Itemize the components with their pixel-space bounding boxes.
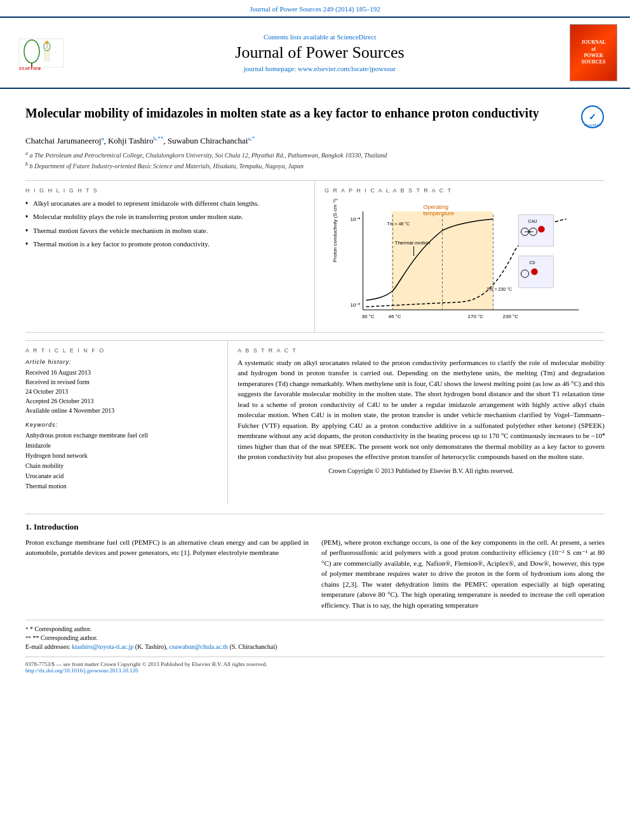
authors-line: Chatchai Jarumaneeroja, Kohji Tashirob,*… (25, 135, 605, 146)
crossmark-icon: ✓ CrossMark (580, 105, 605, 129)
homepage-url[interactable]: www.elsevier.com/locate/jpowsour (298, 65, 396, 72)
star2-symbol: ** (25, 635, 31, 641)
author-3-sup: a,* (248, 135, 255, 142)
author-2-sup: b,** (153, 135, 163, 142)
journal-title: Journal of Power Sources (76, 43, 563, 62)
graphical-chart-svg: Operating temperature Proton conductivit… (325, 199, 605, 326)
intro-text-columns: Proton exchange membrane fuel cell (PEMF… (25, 537, 605, 611)
author-1-sup: a (101, 135, 104, 142)
svg-point-1 (24, 40, 39, 63)
svg-text:Tm = 46 °C: Tm = 46 °C (387, 222, 410, 226)
svg-point-30 (539, 226, 545, 232)
svg-text:✓: ✓ (589, 112, 596, 122)
email-link-2[interactable]: csuwabun@chula.ac.th (169, 643, 228, 650)
graphical-abstract-label: G R A P H I C A L A B S T R A C T (325, 187, 605, 194)
author-2: Kohji Tashiro (108, 136, 153, 145)
accepted-date: Accepted 26 October 2013 (25, 396, 218, 406)
svg-text:temperature: temperature (424, 210, 455, 217)
svg-text:10⁻⁴: 10⁻⁴ (351, 217, 361, 222)
journal-thumbnail: JOURNALofPOWERSOURCES (570, 24, 617, 81)
footnote-corresponding-1: * Corresponding author. (30, 625, 91, 632)
keyword-4: Chain mobility (25, 461, 218, 471)
doi-link[interactable]: http://dx.doi.org/10.1016/j.jpowsour.201… (25, 667, 138, 674)
history-label: Article history: (25, 359, 218, 365)
author-1: Chatchai Jarumaneeroj (25, 136, 101, 145)
svg-text:CrossMark: CrossMark (584, 123, 601, 127)
homepage-label: journal homepage: (244, 65, 296, 72)
highlights-column: H I G H L I G H T S Alkyl urocanates are… (25, 181, 315, 332)
keywords-list: Anhydrous proton exchange membrane fuel … (25, 430, 218, 491)
svg-text:C4U: C4U (528, 219, 537, 223)
abstract-text: A systematic study on alkyl urocanates r… (238, 357, 605, 462)
intro-heading: 1. Introduction (25, 522, 605, 532)
elsevier-logo-icon: ELSEVIER (16, 36, 67, 70)
journal-header: ELSEVIER Contents lists available at Sci… (0, 18, 630, 89)
affiliations: a a The Petroleum and Petrochemical Coll… (25, 150, 605, 171)
svg-text:ELSEVIER: ELSEVIER (18, 66, 41, 70)
author-3: Suwabun Chirachanchai (168, 136, 248, 145)
journal-reference-link[interactable]: Journal of Power Sources 249 (2014) 185–… (250, 5, 380, 13)
introduction-section: 1. Introduction Proton exchange membrane… (25, 514, 605, 611)
svg-rect-0 (19, 39, 64, 67)
article-title-section: Molecular mobility of imidazoles in molt… (25, 105, 605, 129)
footnote-star2: ** ** Corresponding author. (25, 634, 605, 641)
keyword-6: Thermal motion (25, 481, 218, 491)
highlight-item-1: Alkyl urocanates are a model to represen… (25, 199, 305, 208)
intro-col2: (PEM), where proton exchange occurs, is … (321, 537, 605, 611)
svg-text:170 °C: 170 °C (468, 314, 484, 319)
footnote-star1: * * Corresponding author. (25, 625, 605, 632)
svg-text:10⁻⁸: 10⁻⁸ (351, 302, 361, 308)
highlights-label: H I G H L I G H T S (25, 187, 305, 194)
article-info-label: A R T I C L E I N F O (25, 347, 218, 354)
intro-col1: Proton exchange membrane fuel cell (PEMF… (25, 537, 309, 611)
highlight-item-2: Molecular mobility plays the role in tra… (25, 212, 305, 222)
footnote-corresponding-2: ** Corresponding author. (33, 634, 98, 641)
keywords-section: Keywords: Anhydrous proton exchange memb… (25, 422, 218, 491)
keywords-label: Keywords: (25, 422, 218, 428)
svg-point-6 (46, 41, 48, 44)
affiliation-a: a a The Petroleum and Petrochemical Coll… (25, 150, 605, 160)
star1-symbol: * (25, 626, 29, 632)
contents-text: Contents lists available at (264, 33, 335, 41)
svg-text:Proton conductivity (S cm⁻¹): Proton conductivity (S cm⁻¹) (332, 199, 338, 262)
received-revised-label: Received in revised form (25, 377, 218, 387)
highlight-item-4: Thermal motion is a key factor to promot… (25, 239, 305, 249)
sciencedirect-link[interactable]: ScienceDirect (337, 33, 376, 41)
affiliation-b: b b Department of Future Industry-orient… (25, 161, 605, 171)
email-link-1[interactable]: ktashiro@toyota-ti.ac.jp (72, 643, 133, 650)
footnotes-section: * * Corresponding author. ** ** Correspo… (25, 620, 605, 650)
issn-line: 0378-7753/$ — see front matter Crown Cop… (25, 661, 605, 667)
copyright-line: Crown Copyright © 2013 Published by Else… (238, 467, 605, 474)
available-date: Available online 4 November 2013 (25, 406, 218, 415)
article-info-column: A R T I C L E I N F O Article history: R… (25, 341, 228, 504)
footnote-emails: E-mail addresses: ktashiro@toyota-ti.ac.… (25, 643, 605, 650)
svg-text:C0: C0 (530, 260, 535, 265)
keyword-1: Anhydrous proton exchange membrane fuel … (25, 430, 218, 441)
email1-name: K. Tashiro (137, 643, 164, 650)
graphical-chart: Operating temperature Proton conductivit… (325, 199, 605, 326)
journal-title-area: Contents lists available at ScienceDirec… (76, 33, 563, 72)
contents-line: Contents lists available at ScienceDirec… (76, 33, 563, 41)
svg-text:Operating: Operating (424, 204, 449, 210)
graphical-abstract-column: G R A P H I C A L A B S T R A C T Operat… (315, 181, 605, 332)
highlight-item-3: Thermal motion favors the vehicle mechan… (25, 226, 305, 236)
article-content: Molecular mobility of imidazoles in molt… (0, 89, 630, 683)
elsevier-logo: ELSEVIER (13, 36, 70, 70)
abstract-column: A B S T R A C T A systematic study on al… (228, 341, 605, 504)
received-date: Received 16 August 2013 (25, 368, 218, 377)
svg-text:Tm = 230 °C: Tm = 230 °C (487, 287, 513, 291)
highlights-list: Alkyl urocanates are a model to represen… (25, 199, 305, 250)
svg-text:Thermal motion: Thermal motion (395, 240, 431, 246)
svg-point-35 (532, 269, 538, 275)
email-label: E-mail addresses: (25, 643, 70, 650)
svg-text:46 °C: 46 °C (389, 314, 401, 319)
keyword-3: Hydrogen bond network (25, 451, 218, 461)
svg-text:230 °C: 230 °C (503, 314, 519, 319)
journal-reference-bar: Journal of Power Sources 249 (2014) 185–… (0, 0, 630, 18)
svg-text:30 °C: 30 °C (362, 314, 375, 319)
keyword-2: Imidazole (25, 441, 218, 451)
article-info-abstract-section: A R T I C L E I N F O Article history: R… (25, 340, 605, 504)
received-revised-date: 24 October 2013 (25, 387, 218, 396)
email2-name: S. Chirachanchai (232, 643, 275, 650)
abstract-label: A B S T R A C T (238, 347, 605, 354)
